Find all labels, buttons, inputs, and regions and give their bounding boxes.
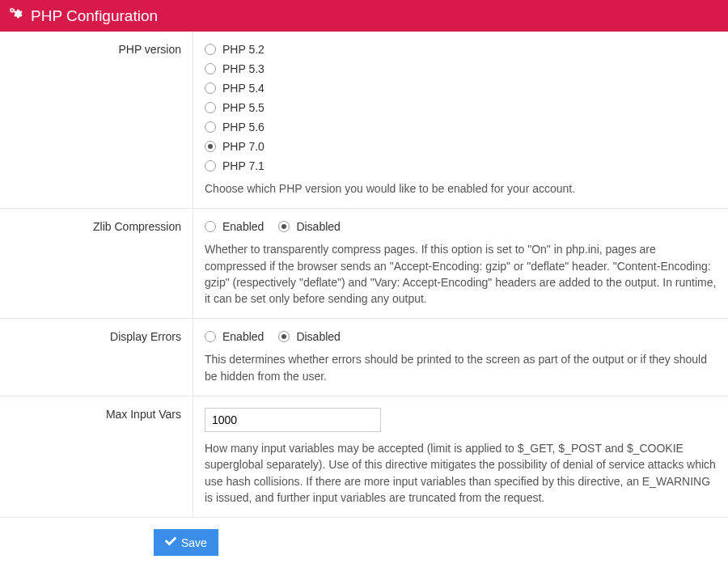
zlib-disabled-radio[interactable]: Disabled — [278, 220, 340, 233]
display-errors-enabled-radio[interactable]: Enabled — [205, 330, 264, 343]
radio-icon — [205, 121, 216, 133]
max-input-vars-content: How many input variables may be accepted… — [193, 408, 728, 506]
display-errors-label: Display Errors — [0, 319, 193, 396]
radio-label: PHP 5.6 — [222, 121, 265, 133]
max-input-vars-input[interactable] — [205, 408, 381, 432]
radio-label: Disabled — [296, 330, 340, 343]
radio-label: PHP 7.0 — [222, 140, 265, 153]
zlib-content: Enabled Disabled Whether to transparentl… — [193, 220, 728, 307]
radio-label: Enabled — [222, 220, 264, 233]
php-version-content: PHP 5.2PHP 5.3PHP 5.4PHP 5.5PHP 5.6PHP 7… — [193, 43, 728, 197]
php-version-radio[interactable]: PHP 5.5 — [205, 101, 717, 114]
php-version-label: PHP version — [0, 32, 193, 208]
max-input-vars-help: How many input variables may be accepted… — [205, 440, 717, 506]
max-input-vars-label: Max Input Vars — [0, 396, 193, 517]
php-version-radio[interactable]: PHP 5.3 — [205, 62, 717, 75]
display-errors-disabled-radio[interactable]: Disabled — [278, 330, 340, 343]
php-version-row: PHP version PHP 5.2PHP 5.3PHP 5.4PHP 5.5… — [0, 32, 728, 209]
zlib-label: Zlib Compression — [0, 209, 193, 318]
radio-icon — [205, 141, 216, 152]
php-version-radio-group: PHP 5.2PHP 5.3PHP 5.4PHP 5.5PHP 5.6PHP 7… — [205, 43, 717, 172]
display-errors-help: This determines whether errors should be… — [205, 351, 717, 384]
zlib-row: Zlib Compression Enabled Disabled Whethe… — [0, 209, 728, 319]
save-button[interactable]: Save — [154, 529, 218, 556]
radio-icon — [278, 221, 290, 232]
panel-header: PHP Configuration — [0, 0, 728, 32]
php-version-radio[interactable]: PHP 5.2 — [205, 43, 717, 56]
radio-label: Disabled — [296, 220, 340, 233]
php-version-radio[interactable]: PHP 7.1 — [205, 159, 717, 172]
php-version-help: Choose which PHP version you would like … — [205, 180, 717, 197]
form-footer: Save — [0, 518, 728, 567]
radio-label: PHP 5.2 — [222, 43, 265, 56]
radio-label: PHP 5.5 — [222, 101, 265, 114]
php-version-radio[interactable]: PHP 7.0 — [205, 140, 717, 153]
cogs-icon — [10, 6, 24, 25]
max-input-vars-row: Max Input Vars How many input variables … — [0, 396, 728, 518]
radio-icon — [205, 331, 216, 342]
check-icon — [165, 536, 176, 549]
radio-label: PHP 7.1 — [222, 159, 265, 172]
zlib-enabled-radio[interactable]: Enabled — [205, 220, 264, 233]
php-version-radio[interactable]: PHP 5.4 — [205, 82, 717, 95]
radio-icon — [205, 44, 216, 55]
radio-icon — [205, 63, 216, 74]
radio-label: Enabled — [222, 330, 264, 343]
display-errors-radio-group: Enabled Disabled — [205, 330, 717, 343]
php-version-radio[interactable]: PHP 5.6 — [205, 121, 717, 133]
radio-icon — [278, 331, 290, 342]
radio-icon — [205, 160, 216, 172]
radio-label: PHP 5.3 — [222, 62, 265, 75]
display-errors-row: Display Errors Enabled Disabled This det… — [0, 319, 728, 396]
panel-title: PHP Configuration — [31, 7, 158, 25]
radio-icon — [205, 102, 216, 113]
radio-label: PHP 5.4 — [222, 82, 265, 95]
zlib-help: Whether to transparently compress pages.… — [205, 241, 717, 307]
zlib-radio-group: Enabled Disabled — [205, 220, 717, 233]
radio-icon — [205, 83, 216, 94]
radio-icon — [205, 221, 216, 232]
save-button-label: Save — [181, 536, 207, 549]
display-errors-content: Enabled Disabled This determines whether… — [193, 330, 728, 384]
